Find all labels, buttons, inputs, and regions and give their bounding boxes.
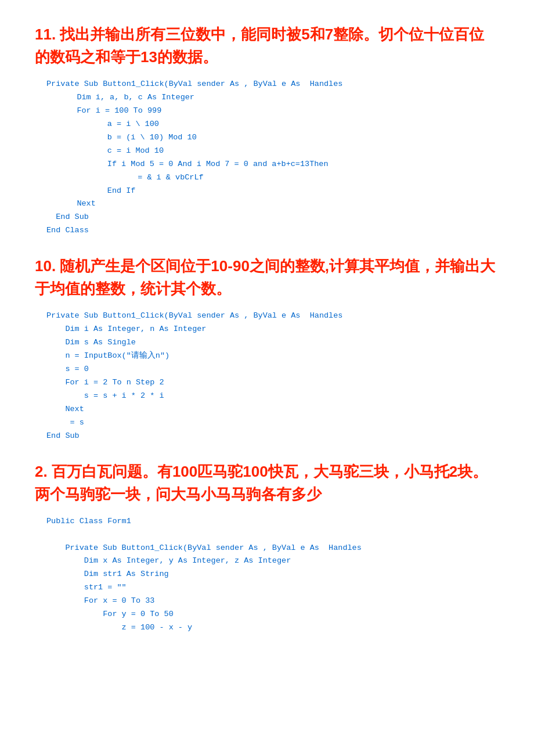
code-line: = s bbox=[46, 416, 499, 430]
section-q2: 2. 百万白瓦问题。有100匹马驼100快瓦，大马驼三块，小马托2块。两个马驹驼… bbox=[35, 460, 499, 635]
code-line: n = InputBox("请输入n") bbox=[46, 350, 499, 363]
code-line: For y = 0 To 50 bbox=[46, 608, 499, 621]
q2-title: 2. 百万白瓦问题。有100匹马驼100快瓦，大马驼三块，小马托2块。两个马驹驼… bbox=[35, 460, 499, 506]
code-line: str1 = "" bbox=[46, 581, 499, 595]
code-line: If i Mod 5 = 0 And i Mod 7 = 0 and a+b+c… bbox=[70, 158, 499, 171]
q2-code: Public Class Form1 Private Sub Button1_C… bbox=[46, 515, 499, 635]
code-line: Private Sub Button1_Click(ByVal sender A… bbox=[46, 78, 499, 91]
q11-title: 11. 找出并输出所有三位数中，能同时被5和7整除。切个位十位百位的数码之和等于… bbox=[35, 23, 499, 69]
end-class-line: End Class bbox=[46, 224, 499, 237]
code-line: s = s + i * 2 * i bbox=[46, 390, 499, 403]
code-line: Dim str1 As String bbox=[46, 568, 499, 581]
code-line: Next bbox=[58, 197, 499, 211]
code-line: b = (i \ 10) Mod 10 bbox=[70, 131, 499, 145]
code-line: Private Sub Button1_Click(ByVal sender A… bbox=[46, 309, 499, 323]
code-line bbox=[46, 528, 499, 542]
code-line: Private Sub Button1_Click(ByVal sender A… bbox=[46, 542, 499, 555]
code-line: End Sub bbox=[46, 211, 499, 224]
code-line: Dim x As Integer, y As Integer, z As Int… bbox=[46, 555, 499, 568]
code-line: Dim s As Single bbox=[46, 336, 499, 350]
code-line: a = i \ 100 bbox=[70, 118, 499, 131]
q10-title: 10. 随机产生是个区间位于10-90之间的整数,计算其平均值，并输出大于均值的… bbox=[35, 255, 499, 300]
code-line: Dim i As Integer, n As Integer bbox=[46, 323, 499, 336]
code-line: c = i Mod 10 bbox=[70, 145, 499, 158]
code-line: For i = 2 To n Step 2 bbox=[46, 376, 499, 390]
code-line: For i = 100 To 999 bbox=[58, 105, 499, 118]
code-line: End If bbox=[70, 185, 499, 198]
page-content: 11. 找出并输出所有三位数中，能同时被5和7整除。切个位十位百位的数码之和等于… bbox=[35, 23, 499, 635]
code-line: Next bbox=[46, 403, 499, 416]
code-line: Dim i, a, b, c As Integer bbox=[58, 91, 499, 105]
code-line: s = 0 bbox=[46, 363, 499, 376]
q11-code: Private Sub Button1_Click(ByVal sender A… bbox=[46, 78, 499, 237]
code-line: Public Class Form1 bbox=[46, 515, 499, 528]
section-q11: 11. 找出并输出所有三位数中，能同时被5和7整除。切个位十位百位的数码之和等于… bbox=[35, 23, 499, 237]
code-line: = & i & vbCrLf bbox=[81, 171, 499, 185]
code-line: For x = 0 To 33 bbox=[46, 595, 499, 608]
code-line: z = 100 - x - y bbox=[46, 621, 499, 635]
section-q10: 10. 随机产生是个区间位于10-90之间的整数,计算其平均值，并输出大于均值的… bbox=[35, 255, 499, 442]
q10-code: Private Sub Button1_Click(ByVal sender A… bbox=[46, 309, 499, 442]
code-line: End Sub bbox=[46, 430, 499, 443]
